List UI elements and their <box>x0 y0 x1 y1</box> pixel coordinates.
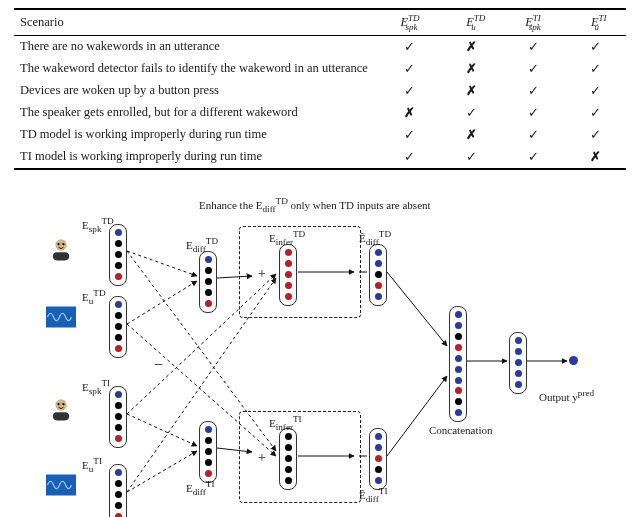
label-EspkTI: EspkTI <box>82 378 110 396</box>
cross-icon <box>466 40 477 54</box>
mark-cell <box>564 35 626 58</box>
table-row: TI model is working improperly during ru… <box>14 146 626 169</box>
check-icon <box>590 62 601 76</box>
mark-cell <box>378 102 440 124</box>
check-icon <box>528 62 539 76</box>
table-row: TD model is working improperly during ru… <box>14 124 626 146</box>
plus-icon: + <box>258 450 266 466</box>
vector-EhatdiffTD <box>369 244 387 306</box>
table-row: The wakeword detector fails to identify … <box>14 58 626 80</box>
mark-cell <box>502 35 564 58</box>
plus-icon: + <box>258 266 266 282</box>
output-node <box>569 356 578 365</box>
col-scenario: Scenario <box>14 9 378 35</box>
check-icon <box>404 128 415 142</box>
scenario-table-header-row: Scenario ETDspk ETDu ETIspk ETIu <box>14 9 626 35</box>
svg-line-12 <box>127 414 197 446</box>
waveform-icon <box>46 474 76 496</box>
label-EinferTD: EinferTD <box>269 229 305 247</box>
vector-EspkTI <box>109 386 127 448</box>
mark-cell <box>564 102 626 124</box>
label-EdiffTI: EdiffTI <box>186 479 214 497</box>
cross-icon <box>466 128 477 142</box>
mark-cell <box>502 124 564 146</box>
col-EuTD: ETDu <box>440 9 502 35</box>
svg-point-3 <box>62 243 64 245</box>
mark-cell <box>440 80 502 102</box>
scenario-cell: There are no wakewords in an utterance <box>14 35 378 58</box>
mark-cell <box>440 124 502 146</box>
label-EuTD: EuTD <box>82 288 106 306</box>
mark-cell <box>378 35 440 58</box>
vector-concat <box>449 306 467 422</box>
vector-hidden <box>509 332 527 394</box>
svg-line-10 <box>127 251 197 276</box>
scenario-cell: The speaker gets enrolled, but for a dif… <box>14 102 378 124</box>
mark-cell <box>378 146 440 169</box>
vector-EhatdiffTI <box>369 428 387 490</box>
mark-cell <box>502 80 564 102</box>
table-row: There are no wakewords in an utterance <box>14 35 626 58</box>
check-icon <box>590 128 601 142</box>
waveform-icon <box>46 306 76 328</box>
check-icon <box>404 62 415 76</box>
check-icon <box>590 40 601 54</box>
architecture-diagram: Enhance the EdiffTD only when TD inputs … <box>14 196 624 517</box>
mark-cell <box>440 58 502 80</box>
mark-cell <box>378 80 440 102</box>
svg-line-24 <box>387 272 447 346</box>
cross-icon <box>404 106 415 120</box>
mark-cell <box>502 146 564 169</box>
scenario-cell: TI model is working improperly during ru… <box>14 146 378 169</box>
table-row: Devices are woken up by a button press <box>14 80 626 102</box>
vector-EinferTD <box>279 244 297 306</box>
col-EspkTD: ETDspk <box>378 9 440 35</box>
mark-cell <box>564 146 626 169</box>
scenario-table-body: There are no wakewords in an utterance T… <box>14 35 626 169</box>
col-EuTI: ETIu <box>564 9 626 35</box>
output-label: Output ypred <box>539 388 594 403</box>
check-icon <box>466 106 477 120</box>
check-icon <box>590 106 601 120</box>
scenario-table: Scenario ETDspk ETDu ETIspk ETIu There a… <box>14 8 626 170</box>
label-EspkTD: EspkTD <box>82 216 114 234</box>
check-icon <box>404 40 415 54</box>
check-icon <box>590 84 601 98</box>
mark-cell <box>502 58 564 80</box>
speaker-icon <box>48 236 74 262</box>
scenario-cell: TD model is working improperly during ru… <box>14 124 378 146</box>
label-EinferTI: EinferTI <box>269 414 302 432</box>
mark-cell <box>564 124 626 146</box>
mark-cell <box>440 146 502 169</box>
vector-EdiffTD <box>199 251 217 313</box>
check-icon <box>404 150 415 164</box>
scenario-cell: The wakeword detector fails to identify … <box>14 58 378 80</box>
svg-line-11 <box>127 281 197 324</box>
cross-icon <box>590 150 601 164</box>
label-EdiffTD: EdiffTD <box>186 236 218 254</box>
svg-rect-6 <box>53 412 69 420</box>
label-EuTI: EuTI <box>82 456 102 474</box>
mark-cell <box>440 102 502 124</box>
vector-EuTD <box>109 296 127 358</box>
vector-EdiffTI <box>199 421 217 483</box>
svg-point-7 <box>58 403 60 405</box>
check-icon <box>404 84 415 98</box>
mark-cell <box>502 102 564 124</box>
check-icon <box>528 150 539 164</box>
mark-cell <box>378 58 440 80</box>
svg-point-8 <box>62 403 64 405</box>
svg-point-2 <box>58 243 60 245</box>
mark-cell <box>378 124 440 146</box>
cross-icon <box>466 62 477 76</box>
concat-label: Concatenation <box>429 424 493 436</box>
label-EhatdiffTD: ÊdiffTD <box>359 229 391 247</box>
check-icon <box>466 150 477 164</box>
check-icon <box>528 128 539 142</box>
minus-icon: − <box>154 356 163 374</box>
table-row: The speaker gets enrolled, but for a dif… <box>14 102 626 124</box>
check-icon <box>528 106 539 120</box>
vector-EinferTI <box>279 428 297 490</box>
caption-top: Enhance the EdiffTD only when TD inputs … <box>199 196 431 214</box>
vector-EuTI <box>109 464 127 517</box>
